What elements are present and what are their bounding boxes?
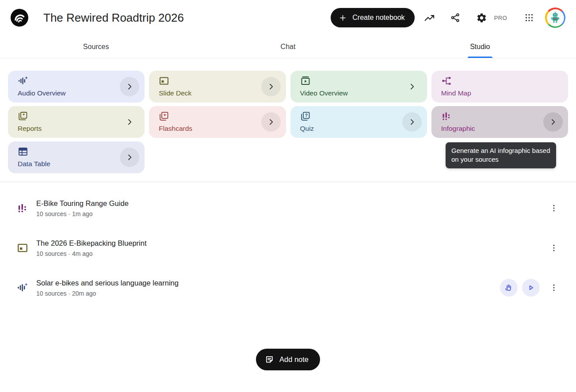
slideshow-icon (159, 76, 169, 86)
notebook-title[interactable]: The Rewired Roadtrip 2026 (43, 11, 184, 25)
card-infographic[interactable]: Infographic (431, 106, 568, 138)
tab-chat-label: Chat (281, 43, 296, 51)
settings-button[interactable] (473, 9, 491, 27)
add-note-button[interactable]: Add note (256, 349, 320, 370)
card-open-chevron[interactable] (402, 112, 422, 132)
card-mind-map[interactable]: Mind Map (431, 71, 568, 103)
card-label: Flashcards (159, 125, 259, 133)
tab-sources-label: Sources (83, 43, 109, 51)
create-notebook-button[interactable]: Create notebook (331, 8, 414, 27)
mind-map-icon (441, 76, 452, 86)
artifact-title[interactable]: Solar e-bikes and serious language learn… (36, 278, 179, 288)
artifact-title[interactable]: E-Bike Touring Range Guide (36, 198, 129, 208)
card-audio-overview[interactable]: Audio Overview (8, 71, 145, 103)
waving-hand-icon (504, 283, 514, 293)
account-avatar[interactable] (545, 8, 565, 28)
create-notebook-label: Create notebook (352, 14, 404, 22)
pro-badge: PRO (494, 15, 507, 21)
artifact-more-menu-button[interactable] (545, 279, 563, 297)
card-open-chevron[interactable] (120, 77, 139, 96)
share-button[interactable] (446, 9, 464, 27)
chevron-right-icon (408, 82, 416, 91)
card-open-chevron[interactable] (120, 148, 139, 167)
data-table-icon (18, 146, 28, 157)
artifact-row-audio-overview[interactable]: Solar e-bikes and serious language learn… (11, 274, 563, 301)
artifact-meta: 10 sources · 20m ago (36, 289, 179, 298)
artifact-more-menu-button[interactable] (545, 239, 563, 257)
card-video-overview[interactable]: Video Overview (290, 71, 427, 103)
chevron-right-icon (549, 118, 557, 126)
chevron-right-icon (125, 82, 134, 91)
settings-gear-icon (476, 12, 487, 23)
google-apps-button[interactable] (520, 9, 538, 27)
card-open-chevron[interactable] (261, 112, 281, 132)
artifact-meta: 10 sources · 4m ago (36, 249, 146, 258)
bar-chart-icon (441, 111, 452, 122)
chevron-right-icon (125, 118, 134, 126)
tab-sources[interactable]: Sources (0, 35, 192, 58)
plus-icon (339, 14, 347, 22)
note-icon (265, 355, 274, 364)
bar-chart-icon (17, 202, 28, 214)
trending-up-icon (424, 12, 435, 23)
artifact-row-slide-deck[interactable]: The 2026 E-Bikepacking Blueprint 10 sour… (11, 234, 563, 262)
tab-chat[interactable]: Chat (192, 35, 384, 58)
notebooklm-logo[interactable] (11, 9, 28, 27)
artifact-list: E-Bike Touring Range Guide 10 sources · … (0, 182, 576, 301)
avatar-robot-image (547, 9, 564, 27)
apps-grid-icon (524, 12, 534, 23)
more-vertical-icon (549, 283, 559, 293)
share-icon (450, 12, 461, 23)
card-reports[interactable]: Reports (8, 106, 145, 138)
artifact-meta: 10 sources · 1m ago (36, 209, 129, 218)
interactive-mode-button[interactable] (500, 279, 518, 297)
audio-waveform-sparkle-icon (17, 282, 28, 293)
slideshow-icon (17, 242, 28, 254)
chevron-right-icon (267, 82, 275, 91)
more-vertical-icon (549, 243, 559, 253)
card-open-chevron[interactable] (402, 77, 422, 96)
infographic-tooltip: Generate an AI infographic based on your… (446, 142, 556, 168)
audio-waveform-sparkle-icon (18, 76, 28, 86)
card-slide-deck[interactable]: Slide Deck (149, 71, 286, 103)
artifact-more-menu-button[interactable] (545, 199, 563, 217)
tab-studio-label: Studio (470, 43, 490, 51)
card-open-chevron[interactable] (261, 77, 281, 96)
play-audio-button[interactable] (522, 279, 540, 297)
card-label: Audio Overview (18, 89, 118, 97)
play-icon (526, 283, 536, 293)
card-open-chevron[interactable] (543, 112, 563, 132)
card-label: Slide Deck (159, 89, 259, 97)
flashcards-star-icon (159, 111, 169, 122)
artifact-title[interactable]: The 2026 E-Bikepacking Blueprint (36, 238, 146, 248)
card-data-table[interactable]: Data Table (8, 141, 145, 173)
card-open-chevron[interactable] (120, 112, 139, 132)
chevron-right-icon (267, 118, 275, 126)
report-sparkle-icon (18, 111, 28, 122)
more-vertical-icon (549, 203, 559, 213)
add-note-label: Add note (279, 355, 309, 364)
card-label: Quiz (300, 125, 401, 133)
card-quiz[interactable]: ? Quiz (290, 106, 427, 138)
card-label: Data Table (18, 160, 118, 168)
panel-tabs: Sources Chat Studio (0, 35, 576, 58)
svg-text:?: ? (305, 113, 307, 118)
analytics-trending-up-button[interactable] (421, 9, 439, 27)
artifact-row-infographic[interactable]: E-Bike Touring Range Guide 10 sources · … (11, 194, 563, 222)
card-label: Infographic (441, 125, 542, 133)
tab-studio[interactable]: Studio (384, 35, 576, 58)
card-label: Mind Map (441, 89, 542, 97)
card-label: Video Overview (300, 89, 401, 97)
chevron-right-icon (125, 153, 134, 162)
app-header: The Rewired Roadtrip 2026 Create noteboo… (0, 0, 576, 35)
quiz-cards-icon: ? (300, 111, 311, 122)
video-library-icon (300, 76, 311, 86)
active-tab-underline (468, 57, 492, 58)
card-flashcards[interactable]: Flashcards (149, 106, 286, 138)
chevron-right-icon (408, 118, 416, 126)
card-label: Reports (18, 125, 118, 133)
